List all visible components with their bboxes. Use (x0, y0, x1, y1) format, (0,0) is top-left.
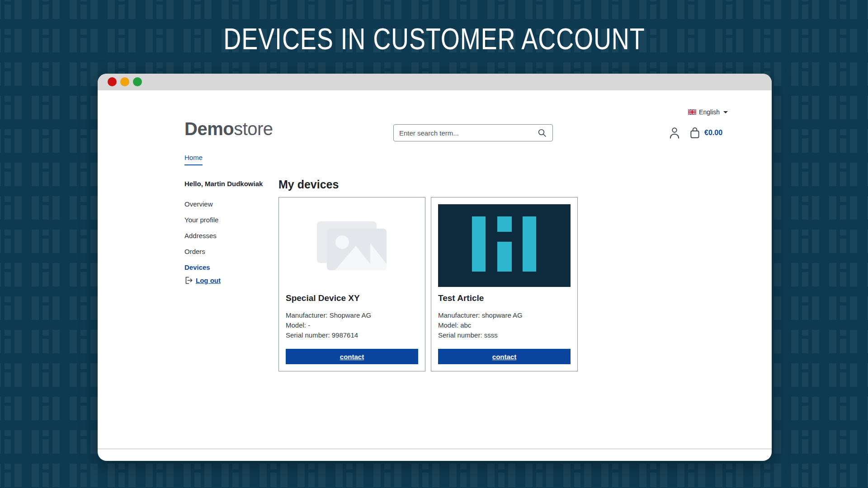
device-model: Model: - (286, 320, 418, 330)
search-icon (537, 128, 547, 138)
contact-button[interactable]: contact (438, 349, 571, 364)
logout-link[interactable]: Log out (184, 276, 221, 285)
browser-window: English Demostore €0.00 (98, 74, 772, 461)
device-serial: Serial number: 9987614 (286, 330, 418, 340)
device-serial: Serial number: ssss (438, 330, 571, 340)
device-card: Test Article Manufacturer: shopware AG M… (431, 197, 578, 371)
nav-item-home[interactable]: Home (184, 154, 203, 165)
logout-icon (184, 276, 193, 285)
contact-button[interactable]: contact (286, 349, 418, 364)
sidebar-item-overview[interactable]: Overview (184, 200, 213, 208)
language-selector[interactable]: English (688, 108, 728, 116)
uk-flag-icon (688, 109, 696, 115)
device-card: Special Device XY Manufacturer: Shopware… (278, 197, 425, 371)
device-image (438, 204, 571, 287)
storefront-page: English Demostore €0.00 (98, 90, 772, 461)
sidebar-greeting: Hello, Martin Dudkowiak (184, 180, 275, 188)
search-input[interactable] (399, 129, 537, 137)
cart-total: €0.00 (704, 129, 722, 137)
minimize-window-button[interactable] (120, 77, 129, 86)
device-manufacturer: Manufacturer: shopware AG (438, 310, 571, 320)
account-button[interactable] (669, 127, 680, 139)
sidebar-item-devices[interactable]: Devices (184, 263, 210, 271)
maximize-window-button[interactable] (133, 77, 142, 86)
sidebar-item-orders[interactable]: Orders (184, 248, 205, 255)
account-sidebar: Hello, Martin Dudkowiak Overview Your pr… (184, 180, 275, 188)
device-card-list: Special Device XY Manufacturer: Shopware… (278, 197, 578, 371)
device-manufacturer: Manufacturer: Shopware AG (286, 310, 418, 320)
cart-button[interactable]: €0.00 (689, 127, 722, 139)
footer-divider (98, 449, 772, 449)
shopping-bag-icon (689, 127, 701, 139)
page-title: DEVICES IN CUSTOMER ACCOUNT (0, 22, 868, 56)
device-name: Special Device XY (286, 293, 418, 303)
close-window-button[interactable] (108, 77, 117, 86)
logout-label: Log out (196, 277, 221, 284)
device-model: Model: abc (438, 320, 571, 330)
language-label: English (699, 108, 720, 116)
user-icon (669, 127, 680, 139)
brand-logo-image (438, 204, 571, 287)
sidebar-item-addresses[interactable]: Addresses (184, 232, 217, 239)
device-image-placeholder (286, 204, 418, 287)
image-placeholder-icon (316, 221, 388, 271)
my-devices-heading: My devices (278, 178, 339, 191)
shop-logo[interactable]: Demostore (184, 119, 273, 139)
chevron-down-icon (723, 111, 728, 113)
browser-titlebar (98, 74, 772, 90)
search-box (393, 124, 553, 141)
device-name: Test Article (438, 293, 571, 303)
search-button[interactable] (537, 128, 547, 138)
sidebar-item-your-profile[interactable]: Your profile (184, 216, 218, 224)
